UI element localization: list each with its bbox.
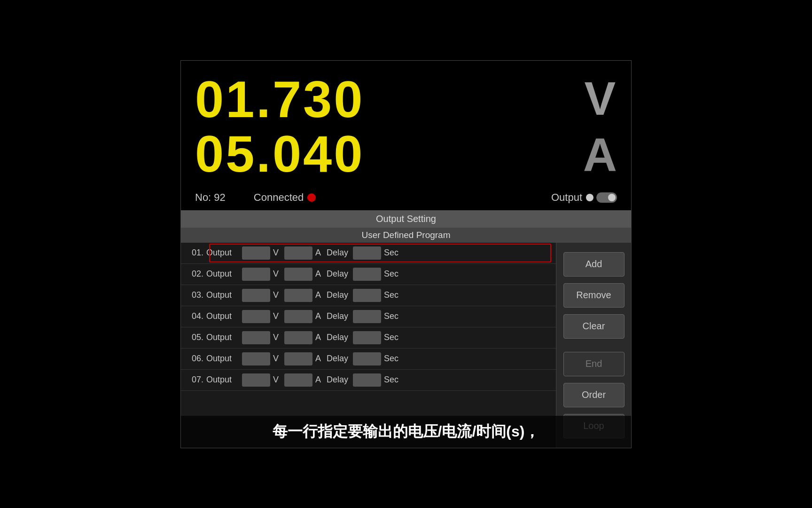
delay-input-5[interactable] — [353, 331, 381, 344]
output-dot — [586, 194, 593, 201]
current-input-5[interactable] — [284, 331, 312, 344]
sec-label-5: Sec — [384, 333, 398, 342]
table-row[interactable]: 03. Output V A Delay Sec — [181, 285, 556, 306]
row-label-4: Output — [206, 311, 239, 321]
voltage-input-6[interactable] — [242, 352, 270, 365]
current-input-2[interactable] — [284, 268, 312, 281]
delay-label-2: Delay — [327, 269, 350, 279]
outer-wrapper: 01.730 05.040 V A No: 92 Connected Outpu… — [0, 0, 812, 508]
sec-label-6: Sec — [384, 354, 398, 364]
row-label-2: Output — [206, 269, 239, 279]
a-unit-4: A — [315, 311, 324, 321]
voltage-reading: 01.730 — [195, 72, 364, 127]
a-unit-2: A — [315, 269, 324, 279]
v-unit-1: V — [273, 248, 281, 258]
clear-button[interactable]: Clear — [563, 314, 625, 339]
a-unit-1: A — [315, 248, 324, 258]
voltage-input-1[interactable] — [242, 246, 270, 260]
table-row[interactable]: 01. Output V A Delay Sec — [181, 243, 556, 264]
row-label-6: Output — [206, 354, 239, 364]
v-unit-7: V — [273, 375, 281, 385]
output-toggle[interactable] — [586, 192, 617, 203]
voltage-input-7[interactable] — [242, 373, 270, 387]
current-input-6[interactable] — [284, 352, 312, 365]
current-input-4[interactable] — [284, 310, 312, 323]
table-row[interactable]: 07. Output V A Delay Sec — [181, 370, 556, 391]
sec-label-4: Sec — [384, 311, 398, 321]
voltage-input-3[interactable] — [242, 289, 270, 302]
delay-label-1: Delay — [327, 248, 350, 258]
status-bar: No: 92 Connected Output — [181, 188, 631, 210]
table-row[interactable]: 04. Output V A Delay Sec — [181, 306, 556, 327]
delay-input-2[interactable] — [353, 268, 381, 281]
a-unit-3: A — [315, 290, 324, 300]
units-col: V A — [583, 70, 617, 183]
row-label-3: Output — [206, 290, 239, 300]
order-button[interactable]: Order — [563, 383, 625, 407]
remove-button[interactable]: Remove — [563, 283, 625, 308]
row-num-4: 04. — [188, 311, 203, 321]
delay-input-3[interactable] — [353, 289, 381, 302]
v-unit-4: V — [273, 311, 281, 321]
row-label-7: Output — [206, 375, 239, 385]
table-row[interactable]: 05. Output V A Delay Sec — [181, 327, 556, 349]
sec-label-3: Sec — [384, 290, 398, 300]
a-unit-6: A — [315, 354, 324, 364]
row-num-5: 05. — [188, 333, 203, 342]
delay-input-1[interactable] — [353, 246, 381, 260]
row-label-5: Output — [206, 333, 239, 342]
current-input-3[interactable] — [284, 289, 312, 302]
row-num-3: 03. — [188, 290, 203, 300]
delay-label-6: Delay — [327, 354, 350, 364]
toggle-pill[interactable] — [596, 192, 617, 203]
a-unit-7: A — [315, 375, 324, 385]
row-num-2: 02. — [188, 269, 203, 279]
no-label: No: 92 — [195, 191, 226, 204]
delay-label-5: Delay — [327, 333, 350, 342]
table-row[interactable]: 06. Output V A Delay Sec — [181, 349, 556, 370]
current-input-7[interactable] — [284, 373, 312, 387]
a-unit-5: A — [315, 333, 324, 342]
display-section: 01.730 05.040 V A — [181, 61, 631, 188]
readings-row: 01.730 05.040 V A — [195, 70, 617, 183]
subtitle-bar: 每一行指定要输出的电压/电流/时间(s)， — [181, 416, 631, 448]
delay-input-7[interactable] — [353, 373, 381, 387]
output-label: Output — [551, 191, 582, 204]
v-unit-5: V — [273, 333, 281, 342]
sec-label-1: Sec — [384, 248, 398, 258]
voltage-input-5[interactable] — [242, 331, 270, 344]
v-unit-2: V — [273, 269, 281, 279]
values-col: 01.730 05.040 — [195, 72, 364, 181]
v-unit-6: V — [273, 354, 281, 364]
output-status: Output — [551, 191, 617, 204]
connected-status: Connected — [254, 191, 316, 204]
connected-dot — [307, 193, 316, 202]
current-reading: 05.040 — [195, 127, 364, 181]
row-label-1: Output — [206, 248, 239, 258]
row-num-7: 07. — [188, 375, 203, 385]
user-defined-header: User Defined Program — [181, 228, 631, 243]
add-button[interactable]: Add — [563, 252, 625, 277]
connected-label: Connected — [254, 191, 304, 204]
row-num-1: 01. — [188, 248, 203, 258]
end-button[interactable]: End — [563, 352, 625, 376]
sec-label-2: Sec — [384, 269, 398, 279]
output-setting-header: Output Setting — [181, 210, 631, 228]
delay-label-3: Delay — [327, 290, 350, 300]
table-row[interactable]: 02. Output V A Delay Sec — [181, 264, 556, 285]
unit-a-label: A — [583, 131, 617, 178]
delay-label-7: Delay — [327, 375, 350, 385]
voltage-input-4[interactable] — [242, 310, 270, 323]
main-panel: 01.730 05.040 V A No: 92 Connected Outpu… — [180, 60, 632, 448]
delay-input-6[interactable] — [353, 352, 381, 365]
v-unit-3: V — [273, 290, 281, 300]
unit-v-label: V — [585, 75, 616, 122]
delay-input-4[interactable] — [353, 310, 381, 323]
row-num-6: 06. — [188, 354, 203, 364]
current-input-1[interactable] — [284, 246, 312, 260]
sec-label-7: Sec — [384, 375, 398, 385]
voltage-input-2[interactable] — [242, 268, 270, 281]
delay-label-4: Delay — [327, 311, 350, 321]
